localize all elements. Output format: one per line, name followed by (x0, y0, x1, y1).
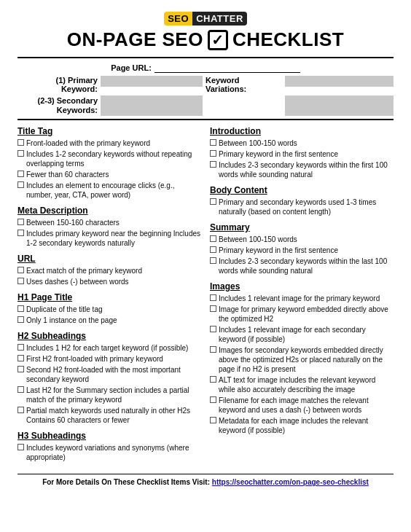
list-item: Between 100-150 words (210, 235, 394, 244)
checkbox[interactable] (17, 407, 24, 413)
checkbox[interactable] (17, 366, 24, 372)
list-item: Includes 2-3 secondary keywords within t… (210, 160, 394, 179)
checkbox[interactable] (210, 139, 216, 146)
primary-keyword-input[interactable] (101, 76, 203, 87)
check-text: Includes 1 relevant image for each secon… (219, 325, 394, 344)
section-meta-description: Meta Description Between 150-160 charact… (17, 206, 201, 248)
check-text: Includes 2-3 secondary keywords within t… (219, 160, 394, 179)
left-column: Title Tag Front-loaded with the primary … (17, 126, 201, 468)
footer: For More Details On These Checklist Item… (17, 474, 394, 486)
logo-seo: SEO (164, 12, 192, 26)
list-item: Includes 1 relevant image for each secon… (210, 325, 394, 344)
check-text: Image for primary keyword embedded direc… (219, 305, 394, 324)
checkbox[interactable] (210, 294, 216, 301)
list-item: Last H2 for the Summary section includes… (17, 386, 201, 404)
secondary-keywords-input[interactable] (101, 95, 203, 116)
list-item: Partial match keywords used naturally in… (17, 406, 201, 425)
list-item: Includes 1 relevant image for the primar… (210, 294, 394, 303)
check-text: Partial match keywords used naturally in… (26, 406, 201, 425)
checkbox[interactable] (210, 246, 216, 253)
list-item: Fewer than 60 characters (17, 170, 201, 179)
primary-keyword-label: (1) Primary Keyword: (17, 76, 98, 93)
divider-mid (17, 119, 394, 120)
checkbox[interactable] (17, 344, 24, 351)
list-item: Primary and secondary keywords used 1-3 … (210, 197, 394, 216)
checkbox[interactable] (17, 171, 24, 177)
checkbox[interactable] (17, 386, 24, 393)
checkbox[interactable] (17, 267, 24, 273)
checkbox[interactable] (17, 139, 24, 146)
list-item: Includes 1 H2 for each target keyword (i… (17, 343, 201, 353)
checkbox[interactable] (210, 376, 216, 383)
section-images: Images Includes 1 relevant image for the… (210, 281, 394, 435)
list-item: Front-loaded with the primary keyword (17, 138, 201, 148)
checkbox[interactable] (17, 444, 24, 450)
checkbox[interactable] (210, 305, 216, 312)
h2-heading: H2 Subheadings (17, 331, 201, 341)
logo-area: SEO CHATTER (17, 12, 394, 26)
checkbox[interactable] (17, 219, 24, 225)
main-title: ON-PAGE SEO CHECKLIST (17, 28, 394, 51)
checkbox[interactable] (17, 305, 24, 312)
checkbox[interactable] (210, 417, 216, 423)
images-heading: Images (210, 281, 394, 292)
check-text: Uses dashes (-) between words (26, 277, 129, 286)
h1-heading: H1 Page Title (17, 292, 201, 302)
check-text: Includes keyword variations and synonyms… (26, 443, 201, 462)
keyword-variations-label: Keyword Variations: (206, 76, 282, 93)
section-h2: H2 Subheadings Includes 1 H2 for each ta… (17, 331, 201, 425)
check-text: Between 150-160 characters (26, 218, 120, 227)
checkbox[interactable] (17, 278, 24, 284)
section-url: URL Exact match of the primary keyword U… (17, 254, 201, 286)
checkbox[interactable] (17, 230, 24, 236)
list-item: Primary keyword in the first sentence (210, 246, 394, 255)
section-title-tag: Title Tag Front-loaded with the primary … (17, 126, 201, 200)
check-text: Includes 1-2 secondary keywords without … (26, 149, 201, 168)
checkbox[interactable] (17, 181, 24, 188)
checkbox[interactable] (210, 161, 216, 168)
check-text: Exact match of the primary keyword (26, 266, 142, 275)
check-text: Fewer than 60 characters (26, 170, 109, 179)
checkbox[interactable] (210, 346, 216, 353)
checkbox[interactable] (17, 355, 24, 361)
checkbox[interactable] (210, 257, 216, 264)
list-item: First H2 front-loaded with primary keywo… (17, 354, 201, 364)
checkbox[interactable] (210, 396, 216, 403)
keyword-variations-input[interactable] (285, 76, 394, 87)
section-summary: Summary Between 100-150 words Primary ke… (210, 222, 394, 275)
list-item: Duplicate of the title tag (17, 305, 201, 314)
checkbox[interactable] (210, 150, 216, 157)
list-item: Includes keyword variations and synonyms… (17, 443, 201, 462)
list-item: Between 150-160 characters (17, 218, 201, 227)
check-text: Primary keyword in the first sentence (219, 246, 338, 255)
list-item: Images for secondary keywords embedded d… (210, 345, 394, 374)
check-text: Filename for each image matches the rele… (219, 396, 394, 415)
list-item: Includes 2-3 secondary keywords within t… (210, 257, 394, 275)
url-heading: URL (17, 254, 201, 264)
introduction-heading: Introduction (210, 126, 394, 136)
list-item: Uses dashes (-) between words (17, 277, 201, 286)
checkbox[interactable] (210, 326, 216, 332)
page-url-input[interactable] (154, 63, 300, 73)
title-tag-heading: Title Tag (17, 126, 201, 136)
check-text: Duplicate of the title tag (26, 305, 103, 314)
title-tag-items: Front-loaded with the primary keyword In… (17, 138, 201, 200)
check-text: Includes primary keyword near the beginn… (26, 229, 201, 248)
list-item: Includes an element to encourage clicks … (17, 181, 201, 200)
checkbox[interactable] (17, 316, 24, 323)
checkbox[interactable] (210, 235, 216, 242)
check-text: Primary keyword in the first sentence (219, 149, 338, 159)
keyword-variations-input-2[interactable] (285, 95, 394, 116)
section-body-content: Body Content Primary and secondary keywo… (210, 185, 394, 216)
logo-chatter: CHATTER (192, 12, 247, 26)
list-item: Exact match of the primary keyword (17, 266, 201, 275)
page-url-row: Page URL: (17, 63, 394, 73)
footer-link[interactable]: https://seochatter.com/on-page-seo-check… (212, 478, 369, 486)
check-text: Between 100-150 words (219, 138, 297, 148)
check-text: Last H2 for the Summary section includes… (26, 386, 201, 404)
checkbox[interactable] (210, 198, 216, 205)
page-url-label: Page URL: (111, 63, 152, 72)
checkbox[interactable] (17, 150, 24, 157)
check-text: Metadata for each image includes the rel… (219, 416, 394, 435)
check-text: Only 1 instance on the page (26, 316, 117, 325)
